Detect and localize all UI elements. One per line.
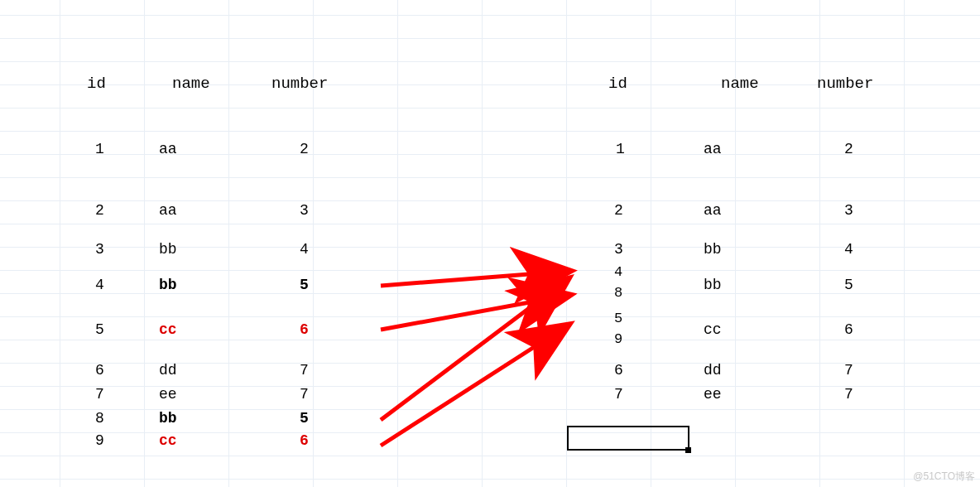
right-row-id-b: 8	[614, 285, 622, 301]
right-row-number: 7	[844, 362, 853, 379]
watermark-text: @51CTO博客	[913, 470, 975, 484]
right-row-id: 7	[614, 386, 623, 403]
left-row-name: ee	[159, 386, 177, 403]
left-row-id: 4	[95, 277, 104, 293]
right-row-name: ee	[704, 386, 722, 403]
left-row-name: dd	[159, 362, 177, 379]
left-row-id: 1	[95, 141, 104, 157]
right-header-number: number	[817, 75, 873, 93]
right-header-name: name	[721, 75, 759, 93]
right-row-id-b: 9	[614, 331, 622, 347]
left-row-id: 3	[95, 241, 104, 258]
right-row-id: 6	[614, 362, 623, 379]
right-row-id-a: 4	[614, 264, 622, 280]
right-row-name: dd	[704, 362, 722, 379]
right-row-number: 4	[844, 241, 853, 258]
left-row-name: cc	[159, 432, 177, 449]
left-header-id: id	[87, 75, 106, 93]
left-row-id: 5	[95, 321, 104, 338]
active-cell-selection[interactable]	[567, 426, 689, 451]
right-row-name: aa	[704, 141, 722, 157]
selection-fill-handle[interactable]	[685, 447, 691, 453]
right-header-id: id	[608, 75, 627, 93]
left-row-name: cc	[159, 321, 177, 338]
left-row-id: 8	[95, 410, 104, 427]
right-row-number: 6	[844, 321, 853, 338]
right-row-number: 2	[844, 141, 853, 157]
left-row-id: 7	[95, 386, 104, 403]
right-row-name: bb	[704, 241, 722, 258]
left-row-number: 6	[300, 432, 309, 449]
left-row-name: bb	[159, 410, 177, 427]
left-row-number: 2	[300, 141, 309, 157]
left-header-name: name	[172, 75, 210, 93]
left-row-number: 7	[300, 386, 309, 403]
left-row-number: 5	[300, 410, 309, 427]
left-row-number: 3	[300, 202, 309, 219]
right-row-name: cc	[704, 321, 722, 338]
left-row-name: aa	[159, 141, 177, 157]
left-row-number: 4	[300, 241, 309, 258]
left-row-number: 6	[300, 321, 309, 338]
right-row-id: 3	[614, 241, 623, 258]
left-row-id: 6	[95, 362, 104, 379]
right-row-id: 1	[616, 141, 625, 157]
right-row-number: 3	[844, 202, 853, 219]
left-header-number: number	[271, 75, 328, 93]
right-row-number: 5	[844, 277, 853, 293]
right-row-id: 2	[614, 202, 623, 219]
left-row-id: 2	[95, 202, 104, 219]
left-row-name: aa	[159, 202, 177, 219]
left-row-id: 9	[95, 432, 104, 449]
spreadsheet-grid	[0, 0, 980, 487]
right-row-name: bb	[704, 277, 722, 293]
left-row-number: 5	[300, 277, 309, 293]
right-row-id-a: 5	[614, 311, 622, 326]
left-row-number: 7	[300, 362, 309, 379]
right-row-name: aa	[704, 202, 722, 219]
left-row-name: bb	[159, 241, 177, 258]
left-row-name: bb	[159, 277, 177, 293]
right-row-number: 7	[844, 386, 853, 403]
